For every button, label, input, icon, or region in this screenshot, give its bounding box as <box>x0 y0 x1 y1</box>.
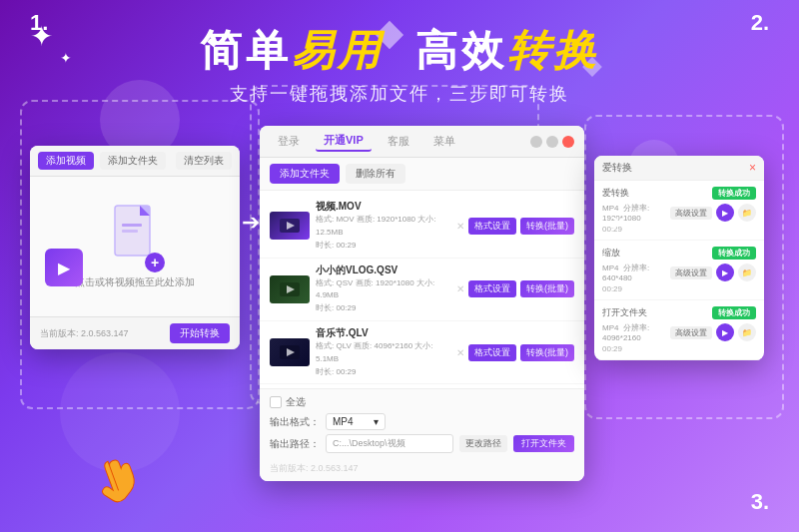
format-select[interactable]: MP4 ▾ <box>326 413 386 430</box>
file-icon-container: + <box>110 204 160 267</box>
drop-area[interactable]: + ▶ 点击或将视频拖至此处添加 <box>65 194 205 299</box>
file-info-2: 小小的VLOG.QSV 格式: QSV 画质: 1920*1080 大小: 4.… <box>316 264 450 315</box>
file-name-1: 视频.MOV <box>316 200 450 214</box>
minimize-btn[interactable] <box>530 136 542 148</box>
tab-vip[interactable]: 开通VIP <box>316 131 372 152</box>
window-step1: 添加视频 添加文件夹 清空列表 + <box>30 146 240 349</box>
result-section-1: 爱转换 <box>602 187 629 200</box>
version-label: 当前版本: 2.0.563.147 <box>270 463 359 473</box>
file-meta-3b: 时长: 00:29 <box>316 366 450 379</box>
window1-body[interactable]: + ▶ 点击或将视频拖至此处添加 <box>30 177 240 316</box>
convert-btn-3[interactable]: 转换(批量) <box>520 344 574 361</box>
result-time-1: 00:29 <box>602 225 756 234</box>
file-meta-1b: 时长: 00:29 <box>316 240 450 253</box>
panel-step3: 爱转换 × 爱转换 转换成功 MP4 分辨率: 1920*1080 高级设置 ▶… <box>594 156 769 485</box>
video-file-icon: ▶ <box>45 249 83 286</box>
version-row: 当前版本: 2.0.563.147 <box>270 457 574 475</box>
tab-service[interactable]: 客服 <box>380 132 417 151</box>
format-btn-3[interactable]: 格式设置 <box>468 344 516 361</box>
file-meta-3a: 格式: QLV 画质: 4096*2160 大小: 5.1MB <box>316 340 450 366</box>
add-video-btn[interactable]: 添加视频 <box>38 152 94 170</box>
select-all-row: 全选 <box>270 395 574 409</box>
open-folder-btn[interactable]: 打开文件夹 <box>513 435 574 452</box>
tab-menu[interactable]: 菜单 <box>425 132 463 151</box>
path-input[interactable]: C:...\Desktop\视频 <box>326 434 453 453</box>
result-format-3: MP4 分辨率: 4096*2160 <box>602 322 666 342</box>
result-row-2: MP4 分辨率: 640*480 高级设置 ▶ 📁 <box>602 263 756 282</box>
convert-btn-1[interactable]: 转换(批量) <box>520 218 574 235</box>
step-3-label: 3. <box>751 489 769 515</box>
folder-btn-3[interactable]: 📁 <box>738 323 756 341</box>
file-meta-2a: 格式: QSV 画质: 1920*1080 大小: 4.9MB <box>316 277 450 303</box>
close-btn[interactable] <box>562 136 574 148</box>
window-step3: 爱转换 × 爱转换 转换成功 MP4 分辨率: 1920*1080 高级设置 ▶… <box>594 156 764 360</box>
file-thumb-1 <box>270 212 310 240</box>
arrow-step1-to-step2: ➔ <box>242 210 260 236</box>
drop-text: 点击或将视频拖至此处添加 <box>75 275 195 289</box>
play-btn-3[interactable]: ▶ <box>716 323 734 341</box>
select-all-checkbox[interactable] <box>270 396 282 408</box>
path-row: 输出路径： C:...\Desktop\视频 更改路径 打开文件夹 <box>270 434 574 453</box>
window2-bottom: 全选 输出格式： MP4 ▾ 输出路径： C:...\Desktop\视频 更改… <box>260 388 584 481</box>
panel-step1: 添加视频 添加文件夹 清空列表 + <box>30 146 250 485</box>
window3-close-btn[interactable]: × <box>749 161 756 175</box>
maximize-btn[interactable] <box>546 136 558 148</box>
result-item-2: 缩放 转换成功 MP4 分辨率: 640*480 高级设置 ▶ 📁 00:29 <box>594 241 764 300</box>
result-setting-1[interactable]: 高级设置 <box>670 207 712 220</box>
format-row: 输出格式： MP4 ▾ <box>270 413 574 430</box>
file-actions-3: ✕ 格式设置 转换(批量) <box>456 344 574 361</box>
result-time-3: 00:29 <box>602 344 756 353</box>
add-folder-btn[interactable]: 添加文件夹 <box>100 152 166 170</box>
delete-all-btn[interactable]: 删除所有 <box>346 164 405 184</box>
title-highlight-1: 易用 <box>292 27 384 74</box>
result-status-1: 转换成功 <box>712 187 756 200</box>
svg-rect-3 <box>122 230 138 233</box>
start-convert-btn[interactable]: 开始转换 <box>170 323 230 343</box>
format-btn-2[interactable]: 格式设置 <box>468 280 516 297</box>
file-info-1: 视频.MOV 格式: MOV 画质: 1920*1080 大小: 12.5MB … <box>316 200 450 252</box>
window1-titlebar: 添加视频 添加文件夹 清空列表 <box>30 146 240 177</box>
delete-icon-3[interactable]: ✕ <box>456 347 464 358</box>
add-files-btn[interactable]: 添加文件夹 <box>270 164 340 184</box>
path-label: 输出路径： <box>270 437 320 451</box>
delete-icon-2[interactable]: ✕ <box>456 283 464 294</box>
result-status-2: 转换成功 <box>712 247 756 260</box>
window2-toolbar: 添加文件夹 删除所有 <box>260 158 584 191</box>
window2-titlebar: 登录 开通VIP 客服 菜单 <box>260 126 584 158</box>
file-thumb-3 <box>270 338 310 366</box>
arrow-step2-to-step3: ➔ <box>603 210 621 236</box>
file-info-3: 音乐节.QLV 格式: QLV 画质: 4096*2160 大小: 5.1MB … <box>316 326 450 378</box>
delete-icon-1[interactable]: ✕ <box>456 221 464 232</box>
hand-svg <box>80 440 148 513</box>
folder-btn-1[interactable]: 📁 <box>738 204 756 222</box>
file-meta-1a: 格式: MOV 画质: 1920*1080 大小: 12.5MB <box>316 214 450 240</box>
folder-btn-2[interactable]: 📁 <box>738 264 756 281</box>
file-list: 视频.MOV 格式: MOV 画质: 1920*1080 大小: 12.5MB … <box>260 191 584 388</box>
result-section-2: 缩放 <box>602 247 620 260</box>
add-icon: + <box>145 253 165 272</box>
file-meta-2b: 时长: 00:29 <box>316 302 450 315</box>
result-setting-3[interactable]: 高级设置 <box>670 326 712 339</box>
format-btn-1[interactable]: 格式设置 <box>468 218 516 235</box>
result-section-3: 打开文件夹 <box>602 306 647 319</box>
result-status-3: 转换成功 <box>712 306 756 319</box>
change-path-btn[interactable]: 更改路径 <box>459 435 507 452</box>
version-text: 当前版本: 2.0.563.147 <box>40 327 129 340</box>
play-btn-1[interactable]: ▶ <box>716 204 734 222</box>
file-thumb-2 <box>270 275 310 303</box>
select-all-label: 全选 <box>286 395 306 409</box>
result-item-3: 打开文件夹 转换成功 MP4 分辨率: 4096*2160 高级设置 ▶ 📁 0… <box>594 300 764 360</box>
convert-btn-2[interactable]: 转换(批量) <box>520 280 574 297</box>
panel-step2: 登录 开通VIP 客服 菜单 添加文件夹 删除所有 <box>260 126 584 485</box>
main-content: 添加视频 添加文件夹 清空列表 + <box>0 106 799 485</box>
play-btn-2[interactable]: ▶ <box>716 264 734 281</box>
file-item-1: 视频.MOV 格式: MOV 画质: 1920*1080 大小: 12.5MB … <box>260 195 584 258</box>
result-time-2: 00:29 <box>602 284 756 293</box>
window1-footer: 当前版本: 2.0.563.147 开始转换 <box>30 316 240 349</box>
result-header-2: 缩放 转换成功 <box>602 247 756 260</box>
result-setting-2[interactable]: 高级设置 <box>670 266 712 279</box>
tab-login[interactable]: 登录 <box>270 132 308 151</box>
main-title: 简单易用 高效转换 <box>0 28 799 74</box>
result-format-2: MP4 分辨率: 640*480 <box>602 263 666 282</box>
clear-list-btn[interactable]: 清空列表 <box>176 152 232 170</box>
